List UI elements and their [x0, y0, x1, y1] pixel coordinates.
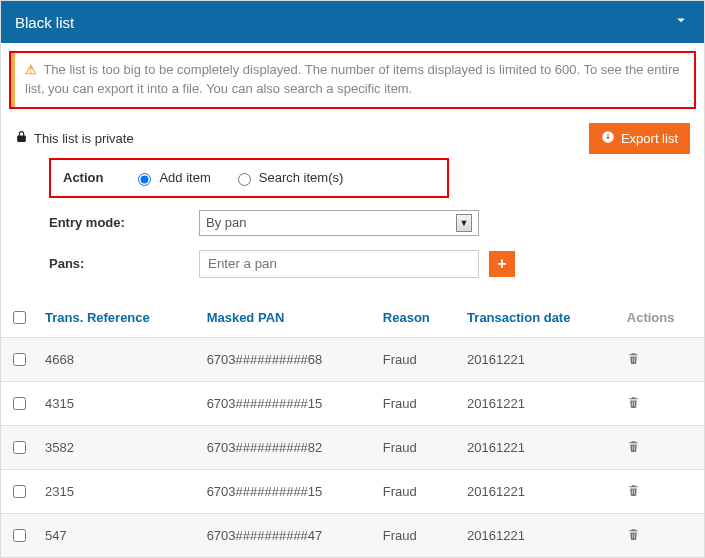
radio-search-item[interactable]: Search item(s) — [233, 170, 344, 186]
cell-reason: Fraud — [375, 513, 459, 557]
export-button[interactable]: Export list — [589, 123, 690, 154]
action-label: Action — [63, 170, 103, 185]
plus-icon: + — [497, 255, 506, 272]
warning-icon: ⚠ — [25, 62, 37, 77]
cell-reason: Fraud — [375, 381, 459, 425]
radio-search-label: Search item(s) — [259, 170, 344, 185]
cell-reason: Fraud — [375, 337, 459, 381]
radio-add-label: Add item — [159, 170, 210, 185]
cell-pan: 6703##########15 — [199, 381, 375, 425]
alert-content: ⚠ The list is too big to be completely d… — [11, 53, 694, 107]
alert-box: ⚠ The list is too big to be completely d… — [9, 51, 696, 109]
pans-label: Pans: — [49, 256, 189, 271]
row-checkbox[interactable] — [13, 529, 26, 542]
radio-search-input[interactable] — [238, 173, 251, 186]
cell-ref: 3582 — [37, 425, 199, 469]
col-transaction-date[interactable]: Transaction date — [459, 298, 619, 338]
trash-icon[interactable] — [627, 484, 640, 500]
panel-header[interactable]: Black list — [1, 1, 704, 43]
chevron-down-icon[interactable] — [672, 11, 690, 33]
row-checkbox[interactable] — [13, 353, 26, 366]
cell-reason: Fraud — [375, 425, 459, 469]
entry-mode-select[interactable]: By pan ▼ — [199, 210, 479, 236]
export-label: Export list — [621, 131, 678, 146]
cell-reason: Fraud — [375, 469, 459, 513]
col-reason[interactable]: Reason — [375, 298, 459, 338]
cell-date: 20161221 — [459, 469, 619, 513]
col-actions: Actions — [619, 298, 704, 338]
cell-date: 20161221 — [459, 381, 619, 425]
entry-mode-label: Entry mode: — [49, 215, 189, 230]
table-row: 46686703##########68Fraud20161221 — [1, 337, 704, 381]
row-checkbox[interactable] — [13, 441, 26, 454]
action-radio-group: Action Add item Search item(s) — [49, 158, 449, 198]
alert-text: The list is too big to be completely dis… — [25, 62, 680, 96]
cell-ref: 4315 — [37, 381, 199, 425]
cell-ref: 2315 — [37, 469, 199, 513]
private-label: This list is private — [34, 131, 134, 146]
blacklist-table: Trans. Reference Masked PAN Reason Trans… — [1, 298, 704, 557]
lock-icon — [15, 130, 28, 146]
select-all-checkbox[interactable] — [13, 311, 26, 324]
pan-input[interactable] — [199, 250, 479, 278]
table-row: 5476703##########47Fraud20161221 — [1, 513, 704, 557]
trash-icon[interactable] — [627, 528, 640, 544]
cell-ref: 547 — [37, 513, 199, 557]
cell-pan: 6703##########68 — [199, 337, 375, 381]
cell-pan: 6703##########15 — [199, 469, 375, 513]
private-indicator: This list is private — [15, 130, 134, 146]
trash-icon[interactable] — [627, 396, 640, 412]
col-trans-reference[interactable]: Trans. Reference — [37, 298, 199, 338]
cell-date: 20161221 — [459, 425, 619, 469]
cell-date: 20161221 — [459, 337, 619, 381]
cell-ref: 4668 — [37, 337, 199, 381]
trash-icon[interactable] — [627, 352, 640, 368]
panel-title: Black list — [15, 14, 74, 31]
cell-date: 20161221 — [459, 513, 619, 557]
table-row: 35826703##########82Fraud20161221 — [1, 425, 704, 469]
trash-icon[interactable] — [627, 440, 640, 456]
table-row: 43156703##########15Fraud20161221 — [1, 381, 704, 425]
cell-pan: 6703##########82 — [199, 425, 375, 469]
download-icon — [601, 130, 615, 147]
row-checkbox[interactable] — [13, 397, 26, 410]
add-pan-button[interactable]: + — [489, 251, 515, 277]
blacklist-panel: Black list ⚠ The list is too big to be c… — [0, 0, 705, 558]
cell-pan: 6703##########47 — [199, 513, 375, 557]
radio-add-input[interactable] — [138, 173, 151, 186]
table-row: 23156703##########15Fraud20161221 — [1, 469, 704, 513]
row-checkbox[interactable] — [13, 485, 26, 498]
dropdown-arrow-icon: ▼ — [456, 214, 472, 232]
radio-add-item[interactable]: Add item — [133, 170, 210, 186]
col-masked-pan[interactable]: Masked PAN — [199, 298, 375, 338]
entry-mode-value: By pan — [206, 215, 246, 230]
